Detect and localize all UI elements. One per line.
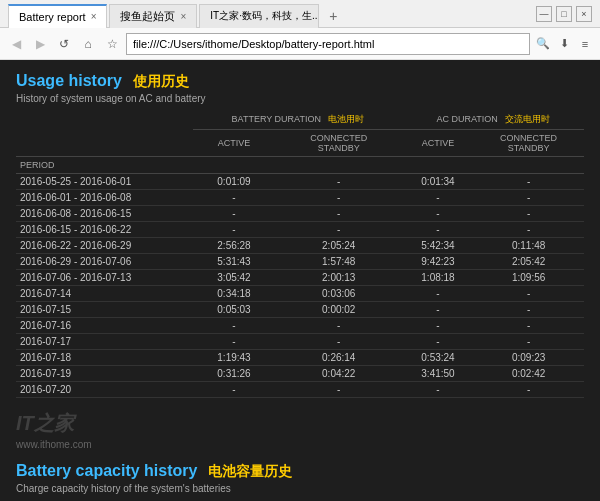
col-period-header bbox=[16, 110, 193, 157]
ac-active-cell: - bbox=[403, 190, 473, 206]
table-row: 2016-06-29 - 2016-07-06 5:31:43 1:57:48 … bbox=[16, 254, 584, 270]
ac-standby-cell: 0:09:23 bbox=[473, 350, 584, 366]
bat-active-cell: - bbox=[193, 318, 274, 334]
period-cell: 2016-05-25 - 2016-06-01 bbox=[16, 174, 193, 190]
address-icons: 🔍 ⬇ ≡ bbox=[534, 35, 594, 53]
window-controls: — □ × bbox=[536, 6, 592, 22]
ac-active-cell: - bbox=[403, 382, 473, 398]
battery-capacity-header: Battery capacity history 电池容量历史 Charge c… bbox=[16, 462, 584, 494]
minimize-button[interactable]: — bbox=[536, 6, 552, 22]
bat-standby-cell: - bbox=[275, 334, 403, 350]
period-cell: 2016-07-19 bbox=[16, 366, 193, 382]
home-button[interactable]: ⌂ bbox=[78, 34, 98, 54]
ac-standby-cell: 1:09:56 bbox=[473, 270, 584, 286]
page-content: Usage history 使用历史 History of system usa… bbox=[0, 60, 600, 501]
period-cell: 2016-06-08 - 2016-06-15 bbox=[16, 206, 193, 222]
ac-active-cell: 0:01:34 bbox=[403, 174, 473, 190]
table-row: 2016-07-15 0:05:03 0:00:02 - - bbox=[16, 302, 584, 318]
bat-active-cell: 1:19:43 bbox=[193, 350, 274, 366]
table-row: 2016-07-17 - - - - bbox=[16, 334, 584, 350]
table-row: 2016-06-01 - 2016-06-08 - - - - bbox=[16, 190, 584, 206]
refresh-button[interactable]: ↺ bbox=[54, 34, 74, 54]
battery-capacity-subtitle: Charge capacity history of the system's … bbox=[16, 483, 584, 494]
ac-active-subheader: ACTIVE bbox=[403, 130, 473, 157]
ac-active-cell: 5:42:34 bbox=[403, 238, 473, 254]
ac-active-cell: 9:42:23 bbox=[403, 254, 473, 270]
tab-souyu[interactable]: 搜鱼起始页 × bbox=[109, 4, 197, 28]
bat-active-cell: 5:31:43 bbox=[193, 254, 274, 270]
tab-close-icon[interactable]: × bbox=[91, 11, 97, 22]
ac-standby-cell: - bbox=[473, 318, 584, 334]
table-row: 2016-06-15 - 2016-06-22 - - - - bbox=[16, 222, 584, 238]
ac-standby-cell: 0:02:42 bbox=[473, 366, 584, 382]
table-row: 2016-07-20 - - - - bbox=[16, 382, 584, 398]
period-cell: 2016-06-22 - 2016-06-29 bbox=[16, 238, 193, 254]
search-icon[interactable]: 🔍 bbox=[534, 35, 552, 53]
usage-history-title-cn: 使用历史 bbox=[133, 73, 189, 89]
ac-active-cell: - bbox=[403, 334, 473, 350]
bat-standby-cell: 2:05:24 bbox=[275, 238, 403, 254]
tab-ithome[interactable]: IT之家·数码，科技，生... × bbox=[199, 4, 319, 28]
tab-close-icon[interactable]: × bbox=[180, 11, 186, 22]
bat-standby-cell: - bbox=[275, 382, 403, 398]
period-cell: 2016-07-15 bbox=[16, 302, 193, 318]
ac-standby-cell: - bbox=[473, 286, 584, 302]
ac-active-cell: 3:41:50 bbox=[403, 366, 473, 382]
table-row: 2016-07-06 - 2016-07-13 3:05:42 2:00:13 … bbox=[16, 270, 584, 286]
bat-standby-cell: 0:00:02 bbox=[275, 302, 403, 318]
watermark: IT之家 www.ithome.com bbox=[16, 406, 584, 454]
watermark-url: www.ithome.com bbox=[16, 439, 92, 450]
bat-standby-cell: - bbox=[275, 190, 403, 206]
ac-standby-cell: - bbox=[473, 174, 584, 190]
ac-standby-cell: 2:05:42 bbox=[473, 254, 584, 270]
bat-standby-subheader: CONNECTEDSTANDBY bbox=[275, 130, 403, 157]
bat-standby-cell: - bbox=[275, 206, 403, 222]
tab-label: Battery report bbox=[19, 11, 86, 23]
battery-capacity-title-en: Battery capacity history bbox=[16, 462, 197, 479]
period-cell: 2016-06-01 - 2016-06-08 bbox=[16, 190, 193, 206]
ac-standby-cell: - bbox=[473, 206, 584, 222]
title-bar: Battery report × 搜鱼起始页 × IT之家·数码，科技，生...… bbox=[0, 0, 600, 28]
bat-active-cell: 0:34:18 bbox=[193, 286, 274, 302]
bat-active-cell: - bbox=[193, 190, 274, 206]
period-cell: 2016-07-06 - 2016-07-13 bbox=[16, 270, 193, 286]
ac-standby-cell: - bbox=[473, 334, 584, 350]
table-row: 2016-07-14 0:34:18 0:03:06 - - bbox=[16, 286, 584, 302]
bat-active-cell: 0:05:03 bbox=[193, 302, 274, 318]
bat-active-subheader: ACTIVE bbox=[193, 130, 274, 157]
forward-button[interactable]: ▶ bbox=[30, 34, 50, 54]
bat-standby-cell: 0:26:14 bbox=[275, 350, 403, 366]
ac-standby-cell: - bbox=[473, 382, 584, 398]
download-icon[interactable]: ⬇ bbox=[555, 35, 573, 53]
bat-active-cell: - bbox=[193, 206, 274, 222]
ac-active-cell: - bbox=[403, 286, 473, 302]
menu-icon[interactable]: ≡ bbox=[576, 35, 594, 53]
bat-active-cell: 2:56:28 bbox=[193, 238, 274, 254]
bat-active-cell: - bbox=[193, 222, 274, 238]
url-input[interactable] bbox=[126, 33, 530, 55]
period-cell: 2016-06-15 - 2016-06-22 bbox=[16, 222, 193, 238]
ac-standby-cell: - bbox=[473, 302, 584, 318]
usage-history-subtitle: History of system usage on AC and batter… bbox=[16, 93, 584, 104]
bat-standby-cell: 1:57:48 bbox=[275, 254, 403, 270]
bat-active-cell: - bbox=[193, 382, 274, 398]
tab-battery-report[interactable]: Battery report × bbox=[8, 4, 107, 28]
new-tab-button[interactable]: + bbox=[321, 4, 345, 28]
table-row: 2016-05-25 - 2016-06-01 0:01:09 - 0:01:3… bbox=[16, 174, 584, 190]
ac-active-cell: - bbox=[403, 318, 473, 334]
ac-active-cell: 0:53:24 bbox=[403, 350, 473, 366]
bat-standby-cell: 2:00:13 bbox=[275, 270, 403, 286]
maximize-button[interactable]: □ bbox=[556, 6, 572, 22]
ac-active-cell: - bbox=[403, 206, 473, 222]
star-button[interactable]: ☆ bbox=[102, 34, 122, 54]
bat-standby-cell: - bbox=[275, 222, 403, 238]
address-bar: ◀ ▶ ↺ ⌂ ☆ 🔍 ⬇ ≡ bbox=[0, 28, 600, 60]
ac-standby-cell: - bbox=[473, 222, 584, 238]
bat-standby-cell: - bbox=[275, 318, 403, 334]
table-row: 2016-07-18 1:19:43 0:26:14 0:53:24 0:09:… bbox=[16, 350, 584, 366]
table-row: 2016-06-08 - 2016-06-15 - - - - bbox=[16, 206, 584, 222]
back-button[interactable]: ◀ bbox=[6, 34, 26, 54]
ac-standby-cell: - bbox=[473, 190, 584, 206]
battery-duration-header: BATTERY DURATION 电池用时 bbox=[193, 110, 402, 130]
close-button[interactable]: × bbox=[576, 6, 592, 22]
